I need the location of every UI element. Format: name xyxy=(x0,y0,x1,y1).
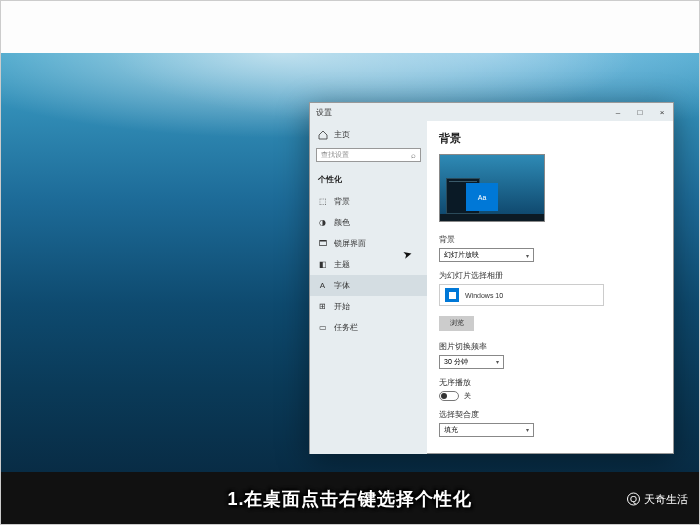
album-label: 为幻灯片选择相册 xyxy=(439,270,661,281)
nav-icon: ◧ xyxy=(318,260,327,269)
home-link[interactable]: 主页 xyxy=(310,125,427,144)
nav-label: 颜色 xyxy=(334,217,350,228)
sidebar-item-4[interactable]: A字体 xyxy=(310,275,427,296)
close-button[interactable]: × xyxy=(651,103,673,121)
interval-dropdown[interactable]: 30 分钟 ▾ xyxy=(439,355,504,369)
maximize-button[interactable]: □ xyxy=(629,103,651,121)
chevron-down-icon: ▾ xyxy=(526,252,529,259)
album-row[interactable]: Windows 10 xyxy=(439,284,604,306)
watermark: Q 天奇生活 xyxy=(627,491,688,506)
nav-label: 开始 xyxy=(334,301,350,312)
nav-icon: 🗖 xyxy=(318,239,327,248)
sidebar-item-5[interactable]: ⊞开始 xyxy=(310,296,427,317)
nav-label: 锁屏界面 xyxy=(334,238,366,249)
shuffle-toggle[interactable] xyxy=(439,391,459,401)
settings-content: 背景 Aa 背景 幻灯片放映 ▾ 为幻灯片选择相册 Windows 10 浏览 … xyxy=(427,121,673,453)
chevron-down-icon: ▾ xyxy=(526,426,529,433)
nav-label: 主题 xyxy=(334,259,350,270)
search-placeholder: 查找设置 xyxy=(321,150,349,160)
desktop-wallpaper[interactable]: 设置 – □ × 主页 查找设置 ⌕ 个性化 ⬚背景◑颜色🗖锁屏界面◧主题A字体… xyxy=(0,53,700,472)
nav-label: 字体 xyxy=(334,280,350,291)
instruction-caption: 1.在桌面点击右键选择个性化 xyxy=(227,487,472,511)
sidebar-item-0[interactable]: ⬚背景 xyxy=(310,191,427,212)
search-icon: ⌕ xyxy=(411,151,416,160)
fit-value: 填充 xyxy=(444,425,458,435)
album-value: Windows 10 xyxy=(465,292,503,299)
background-dropdown[interactable]: 幻灯片放映 ▾ xyxy=(439,248,534,262)
background-label: 背景 xyxy=(439,234,661,245)
shuffle-value: 关 xyxy=(464,391,471,401)
category-header: 个性化 xyxy=(310,170,427,191)
fit-dropdown[interactable]: 填充 ▾ xyxy=(439,423,534,437)
interval-value: 30 分钟 xyxy=(444,357,468,367)
nav-label: 背景 xyxy=(334,196,350,207)
settings-window: 设置 – □ × 主页 查找设置 ⌕ 个性化 ⬚背景◑颜色🗖锁屏界面◧主题A字体… xyxy=(309,102,674,454)
settings-sidebar: 主页 查找设置 ⌕ 个性化 ⬚背景◑颜色🗖锁屏界面◧主题A字体⊞开始▭任务栏 xyxy=(310,121,427,454)
background-value: 幻灯片放映 xyxy=(444,250,479,260)
nav-label: 任务栏 xyxy=(334,322,358,333)
content-title: 背景 xyxy=(439,131,661,146)
shuffle-label: 无序播放 xyxy=(439,377,661,388)
window-controls: – □ × xyxy=(607,103,673,121)
page-top-whitespace xyxy=(0,0,700,53)
nav-list: ⬚背景◑颜色🗖锁屏界面◧主题A字体⊞开始▭任务栏 xyxy=(310,191,427,338)
home-icon xyxy=(318,130,328,140)
nav-icon: ⊞ xyxy=(318,302,327,311)
nav-icon: A xyxy=(318,281,327,290)
nav-icon: ◑ xyxy=(318,218,327,227)
home-label: 主页 xyxy=(334,129,350,140)
browse-button[interactable]: 浏览 xyxy=(439,316,474,331)
watermark-icon: Q xyxy=(627,492,640,505)
search-input[interactable]: 查找设置 ⌕ xyxy=(316,148,421,162)
interval-label: 图片切换频率 xyxy=(439,341,661,352)
nav-icon: ⬚ xyxy=(318,197,327,206)
folder-icon xyxy=(445,288,459,302)
minimize-button[interactable]: – xyxy=(607,103,629,121)
window-title: 设置 xyxy=(316,107,332,118)
sidebar-item-6[interactable]: ▭任务栏 xyxy=(310,317,427,338)
shuffle-toggle-row: 关 xyxy=(439,391,661,401)
toggle-knob xyxy=(441,393,447,399)
window-titlebar[interactable]: 设置 – □ × xyxy=(310,103,673,121)
chevron-down-icon: ▾ xyxy=(496,358,499,365)
caption-bar: 1.在桌面点击右键选择个性化 Q 天奇生活 xyxy=(0,472,700,525)
sidebar-item-1[interactable]: ◑颜色 xyxy=(310,212,427,233)
watermark-text: 天奇生活 xyxy=(644,491,688,506)
preview-thumbnail: Aa xyxy=(439,154,545,222)
preview-accent-sample: Aa xyxy=(466,183,498,211)
nav-icon: ▭ xyxy=(318,323,327,332)
fit-label: 选择契合度 xyxy=(439,409,661,420)
preview-taskbar xyxy=(440,214,544,221)
